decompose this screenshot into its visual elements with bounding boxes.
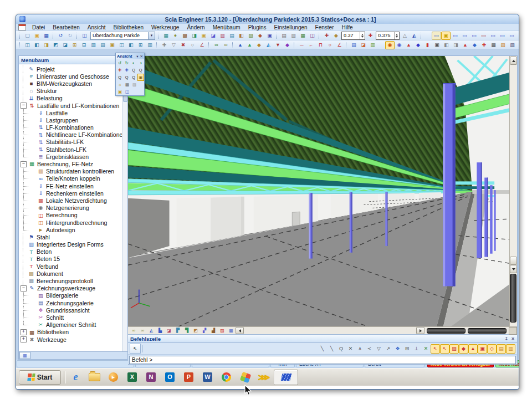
snap-tool-icon-20[interactable]: ▤	[497, 344, 506, 354]
draw-tool-icon-5[interactable]: ∠	[335, 41, 344, 49]
draw-tool-icon-2[interactable]: ⌐	[306, 41, 316, 49]
tree-item-linienraster-und-geschosse[interactable]: #Linienraster und Geschosse	[19, 73, 122, 80]
ansicht-tool-2-3[interactable]: Q	[130, 66, 137, 74]
snap-tool-icon-8[interactable]: ↗	[383, 344, 393, 354]
result-tool-icon-13[interactable]: ▨	[498, 41, 508, 49]
snap-tool-icon-10[interactable]: ⊞	[402, 344, 412, 354]
layer-tool-icon-2[interactable]: ∞	[138, 327, 147, 335]
result-tool-icon-4[interactable]: ◆	[413, 41, 423, 49]
section-tool-icon-12[interactable]: ◧	[126, 41, 136, 49]
scale-spinner-1[interactable]: 0.37	[341, 32, 365, 40]
menu-bibliotheken[interactable]: Bibliotheken	[110, 24, 147, 30]
section-tool-icon-14[interactable]: ▥	[145, 41, 155, 49]
pointer-tool-icon[interactable]: ↖	[130, 344, 141, 354]
model-tool-icon-10[interactable]: ▨	[246, 32, 255, 40]
ansicht-tool-4-1[interactable]: ☼	[116, 81, 124, 88]
activity-tool-icon-1[interactable]: ▲	[236, 41, 245, 49]
section-tool-icon-1[interactable]: ◫	[23, 41, 32, 49]
ansicht-tool-1-3[interactable]: ◐	[130, 59, 137, 66]
view-window-tool-icon-7[interactable]: ▭	[488, 32, 498, 40]
print-tool-icon-2[interactable]: ▥	[289, 32, 298, 40]
scroll-up-icon[interactable]	[510, 57, 517, 65]
taskbar-scia-shortcut[interactable]: ⋙	[257, 370, 271, 385]
toolbar-grip[interactable]	[19, 42, 21, 48]
toolbar-grip[interactable]	[346, 42, 347, 48]
tree-item-stabilit-ts-lfk[interactable]: ⇅Stabilitäts-LFK	[19, 139, 122, 146]
vertical-scroll-thumb[interactable]	[510, 274, 516, 323]
window-tool-icon-1[interactable]: ◫	[80, 32, 89, 40]
misc-tool-icon-1[interactable]: ✚	[322, 32, 331, 40]
layer-tool-icon-8[interactable]: ◩	[191, 327, 200, 335]
ansicht-tool-3-3[interactable]: Q	[130, 74, 137, 81]
viewport-vertical-scrollbar[interactable]	[509, 56, 517, 327]
layer-tool-icon-6[interactable]: ▛	[173, 327, 182, 335]
result-tool-icon-11[interactable]: ✚	[479, 41, 489, 49]
taskbar-windows-explorer[interactable]	[88, 370, 101, 385]
tree-item-integriertes-design-forms[interactable]: ▥Integriertes Design Forms	[19, 241, 122, 248]
select-tool-icon-2[interactable]: ▽	[169, 41, 178, 49]
tree-item-strukturdaten-kontrollieren[interactable]: ▥Strukturdaten kontrollieren	[19, 168, 122, 175]
model-tool-icon-8[interactable]: ▤	[227, 32, 237, 40]
menu-plugins[interactable]: Plugins	[244, 24, 270, 30]
title-bar[interactable]: Scia Engineer 15.3.120 - [Überdachung Pa…	[16, 14, 519, 24]
layer-tool-icon-12[interactable]: ▦	[227, 327, 236, 335]
misc-tool-icon-2[interactable]: ◆	[331, 32, 341, 40]
tree-item-berechnung[interactable]: ◫Berechnung	[19, 212, 122, 219]
link-tool-icon-1[interactable]: ∞	[212, 41, 221, 49]
model-tool-icon-3[interactable]: ▩	[180, 32, 190, 40]
result-tool-icon-9[interactable]: ▲	[461, 41, 470, 49]
snap-tool-icon-3[interactable]: Q	[336, 344, 346, 354]
palette-dropdown-icon[interactable]: ▾	[136, 54, 138, 59]
file-tool-icon-1[interactable]: ▢	[23, 32, 32, 40]
view-window-tool-icon-6[interactable]: ▭	[479, 32, 488, 40]
activity-tool-icon-6[interactable]: ◆	[283, 41, 292, 49]
layer-tool-icon-3[interactable]: ◭	[147, 327, 156, 335]
pin-icon[interactable]: ↧	[505, 336, 509, 341]
toolbar-grip[interactable]	[156, 42, 158, 48]
undo-tool-icon-1[interactable]: ↺	[56, 32, 65, 40]
section-tool-icon-2[interactable]: ◧	[32, 41, 42, 49]
taskbar-onenote[interactable]: N	[144, 370, 158, 385]
layer-tool-icon-11[interactable]: ▨	[218, 327, 227, 335]
snap-tool-icon-11[interactable]: ⊥	[412, 344, 421, 354]
tree-item-zeichnungsgalerie[interactable]: ▤Zeichnungsgalerie	[19, 299, 122, 306]
horizontal-scroll-thumb[interactable]	[468, 328, 507, 334]
ansicht-palette[interactable]: Ansicht ▾ ✕ ↺↻◐◑✚✚QQQQQ▣☼▩▨▣◫	[115, 53, 145, 96]
toolbar-grip[interactable]	[158, 33, 160, 39]
ansicht-tool-4-2[interactable]: ▩	[124, 81, 131, 88]
palette-close-icon[interactable]: ✕	[140, 54, 143, 59]
model-tool-icon-11[interactable]: ◆	[255, 32, 265, 40]
tree-item-ergebnisklassen[interactable]: ≣Ergebnisklassen	[19, 153, 122, 160]
layer-tool-icon-10[interactable]: ▟	[209, 327, 218, 335]
view-window-tool-icon-5[interactable]: ▭	[469, 32, 479, 40]
snap-tool-icon-12[interactable]: ✕	[421, 344, 431, 354]
tree-item-lastgruppen[interactable]: ⇓Lastgruppen	[19, 116, 122, 124]
scale-extra-icon-1[interactable]: △	[400, 32, 410, 40]
model-tool-icon-5[interactable]: ▣	[199, 32, 208, 40]
tree-item-lokale-netzverdichtung[interactable]: ▦Lokale Netzverdichtung	[19, 197, 122, 204]
activity-tool-icon-2[interactable]: ▲	[245, 41, 254, 49]
menu-bearbeiten[interactable]: Bearbeiten	[49, 24, 83, 30]
snap-tool-icon-1[interactable]: ╲	[318, 344, 327, 354]
toolbar-grip[interactable]	[421, 33, 422, 39]
model-tool-icon-2[interactable]: ●	[171, 32, 180, 40]
snap-tool-icon-7[interactable]: ▽	[374, 344, 383, 354]
model-tool-icon-4[interactable]: ◨	[190, 32, 199, 40]
ansicht-tool-1-2[interactable]: ↻	[124, 59, 131, 66]
view-window-tool-icon-2[interactable]: ▣	[441, 32, 451, 40]
model-tool-icon-12[interactable]: ▣	[265, 32, 274, 40]
ansicht-tool-3-2[interactable]: Q	[124, 74, 131, 81]
menu-men-baum[interactable]: Menübaum	[209, 24, 244, 30]
taskbar-powerpoint[interactable]: P	[182, 370, 196, 385]
toolbar-grip[interactable]	[208, 42, 210, 48]
ansicht-tool-5-1[interactable]: ▣	[116, 88, 124, 95]
menu-ansicht[interactable]: Ansicht	[84, 24, 110, 30]
result-tool-icon-2[interactable]: ◉	[395, 41, 404, 49]
tree-item-beton-15[interactable]: TBeton 15	[19, 255, 122, 263]
result-tool-icon-10[interactable]: ◆	[470, 41, 479, 49]
result-tool-icon-14[interactable]: ▧	[508, 41, 517, 49]
tree-item-teile-knoten-koppeln[interactable]: ∞Teile/Knoten koppeln	[19, 175, 122, 182]
tree-item-projekt[interactable]: ✎Projekt	[19, 65, 122, 73]
spinner-up-down-icon[interactable]	[360, 32, 365, 39]
result-tool-icon-8[interactable]: ◨	[451, 41, 461, 49]
